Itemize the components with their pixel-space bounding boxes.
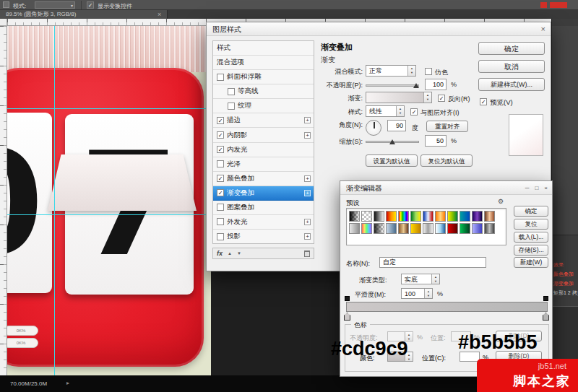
- smoothness-select[interactable]: 100: [401, 288, 433, 299]
- gradient-preset-swatch[interactable]: [472, 211, 483, 222]
- gradient-preset-swatch[interactable]: [398, 211, 409, 222]
- opacity-slider[interactable]: [366, 84, 419, 87]
- dialog-title[interactable]: 图层样式: [207, 22, 551, 36]
- gradient-preset-swatch[interactable]: [410, 211, 421, 222]
- blend-mode-select[interactable]: 正常: [366, 65, 416, 77]
- reset-default-button[interactable]: 复位为默认值: [420, 154, 473, 167]
- ok-button[interactable]: 确定: [514, 206, 548, 217]
- styles-list-item[interactable]: ✓颜色叠加+: [213, 172, 314, 186]
- gradient-preset-swatch[interactable]: [484, 223, 495, 234]
- move-down-icon[interactable]: ▼: [237, 251, 241, 256]
- workspace-badge-icon[interactable]: [550, 2, 567, 8]
- gradient-preset-swatch[interactable]: [435, 223, 446, 234]
- style-checkbox[interactable]: [217, 218, 224, 225]
- gradient-preset-swatch[interactable]: [374, 223, 384, 234]
- set-default-button[interactable]: 设置为默认值: [366, 154, 418, 167]
- gradient-preset-swatch[interactable]: [460, 223, 470, 234]
- styles-list-item[interactable]: ✓渐变叠加+: [213, 186, 314, 201]
- style-checkbox[interactable]: [228, 88, 235, 95]
- color-stop-right[interactable]: [543, 313, 549, 321]
- gradient-preset-swatch[interactable]: [435, 211, 446, 222]
- styles-list-item[interactable]: ✓内阴影+: [213, 128, 314, 142]
- style-checkbox[interactable]: [217, 204, 224, 211]
- styles-list-item[interactable]: 混合选项: [213, 56, 314, 70]
- save-button[interactable]: 存储(S)...: [514, 245, 548, 256]
- styles-list-item[interactable]: 纹理: [213, 99, 314, 113]
- spinner-icon[interactable]: [431, 274, 439, 284]
- style-checkbox[interactable]: ✓: [217, 175, 224, 182]
- workspace-badge-icon[interactable]: [540, 2, 547, 8]
- gradient-name-input[interactable]: 自定: [379, 257, 486, 268]
- gradient-preset-swatch[interactable]: [447, 211, 458, 222]
- close-icon[interactable]: ×: [544, 185, 548, 191]
- new-style-button[interactable]: 新建样式(W)...: [478, 78, 545, 91]
- layers-panel-item[interactable]: 矩形1 2 拷贝: [553, 288, 578, 297]
- opacity-stop-right[interactable]: [543, 296, 548, 301]
- gradient-preset-swatch[interactable]: [447, 223, 458, 234]
- new-button[interactable]: 新建(W): [514, 257, 548, 268]
- style-checkbox[interactable]: [217, 74, 224, 81]
- ok-button[interactable]: 确定: [478, 42, 545, 55]
- gradient-preset-swatch[interactable]: [361, 211, 372, 222]
- gradient-preset-swatch[interactable]: [460, 211, 470, 222]
- gradient-preset-swatch[interactable]: [349, 211, 360, 222]
- guide-vertical[interactable]: [54, 26, 55, 375]
- reset-button[interactable]: 复位: [514, 219, 548, 230]
- dither-checkbox[interactable]: [425, 68, 432, 75]
- guide-horizontal[interactable]: [7, 108, 211, 109]
- style-checkbox[interactable]: ✓: [217, 117, 224, 124]
- spinner-icon[interactable]: [407, 66, 415, 76]
- opacity-value[interactable]: 100: [425, 79, 447, 90]
- fx-icon[interactable]: fx: [217, 250, 223, 257]
- spinner-icon[interactable]: [423, 92, 431, 103]
- load-button[interactable]: 载入(L)...: [514, 232, 548, 243]
- add-effect-icon[interactable]: +: [304, 233, 311, 240]
- status-menu-arrow-icon[interactable]: ▸: [66, 380, 69, 386]
- cancel-button[interactable]: 取消: [478, 60, 545, 73]
- angle-value[interactable]: 90: [387, 120, 406, 131]
- gradient-preset-swatch[interactable]: [386, 211, 397, 222]
- gradient-preset-swatch[interactable]: [374, 211, 384, 222]
- gradient-preset-swatch[interactable]: [386, 223, 397, 234]
- styles-list-item[interactable]: 投影+: [213, 230, 314, 243]
- opacity-slider-thumb[interactable]: [413, 83, 419, 88]
- styles-list-item[interactable]: 光泽: [213, 157, 314, 172]
- scale-value[interactable]: 50: [425, 135, 447, 147]
- preview-checkbox[interactable]: ✓: [480, 98, 487, 105]
- opacity-stop-left[interactable]: [345, 296, 350, 301]
- style-checkbox[interactable]: [228, 103, 235, 110]
- style-checkbox[interactable]: ✓: [217, 131, 224, 139]
- delete-effect-icon[interactable]: [304, 251, 310, 257]
- style-select[interactable]: 线性: [366, 105, 405, 117]
- layers-panel-item[interactable]: 渐变叠加: [553, 279, 578, 288]
- mode-select[interactable]: [35, 1, 75, 9]
- gradient-preset-swatch[interactable]: [472, 223, 483, 234]
- gear-icon[interactable]: ⚙: [498, 198, 504, 205]
- close-icon[interactable]: ×: [541, 25, 545, 33]
- vertical-ruler[interactable]: [0, 26, 7, 375]
- gradient-preset-swatch[interactable]: [410, 223, 421, 234]
- tool-icon[interactable]: [3, 1, 9, 8]
- scale-slider-thumb[interactable]: [389, 139, 395, 144]
- angle-dial[interactable]: [366, 120, 381, 136]
- dialog-title[interactable]: 渐变编辑器: [340, 181, 552, 195]
- style-checkbox[interactable]: ✓: [217, 189, 224, 196]
- styles-list-item[interactable]: 外发光+: [213, 215, 314, 230]
- color-stop-left[interactable]: [344, 313, 350, 321]
- add-effect-icon[interactable]: +: [304, 117, 311, 123]
- gradient-preview-bar[interactable]: [346, 302, 548, 312]
- spinner-icon[interactable]: [424, 289, 432, 298]
- minimize-icon[interactable]: ─: [525, 185, 530, 191]
- guide-horizontal[interactable]: [7, 214, 211, 215]
- add-effect-icon[interactable]: +: [304, 219, 311, 225]
- gradient-preset-swatch[interactable]: [398, 223, 409, 234]
- add-effect-icon[interactable]: +: [304, 175, 311, 182]
- styles-list-item[interactable]: 斜面和浮雕: [213, 70, 314, 84]
- document-canvas[interactable]: 0 7 0K% 0K%: [7, 26, 211, 375]
- move-up-icon[interactable]: ▲: [228, 251, 232, 256]
- style-checkbox[interactable]: [217, 160, 224, 167]
- gradient-type-select[interactable]: 实底: [401, 274, 440, 284]
- align-with-layer-checkbox[interactable]: ✓: [410, 108, 418, 116]
- layers-panel-item[interactable]: 效果: [553, 260, 578, 269]
- reverse-checkbox[interactable]: ✓: [438, 95, 445, 102]
